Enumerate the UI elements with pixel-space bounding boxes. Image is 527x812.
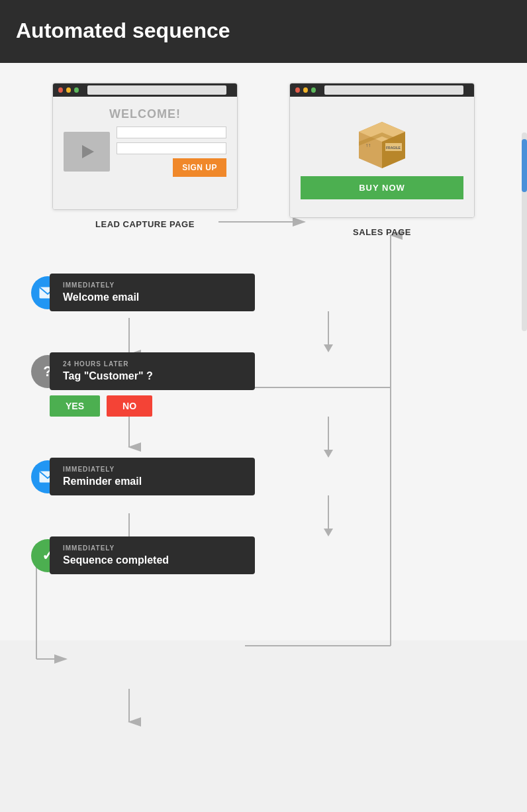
step1-block: IMMEDIATELY Welcome email	[50, 274, 255, 311]
step2-timing: 24 HOURS LATER	[63, 360, 242, 368]
main-content: WELCOME! SIGN UP	[0, 63, 527, 640]
lead-row: SIGN UP	[64, 127, 226, 177]
sales-page-wrapper: FRAGILE ↑↑ BUY NOW SALES PAGE	[289, 83, 475, 237]
sales-page-content: FRAGILE ↑↑ BUY NOW	[301, 107, 463, 207]
step3-title: Reminder email	[63, 476, 242, 487]
step4-block: IMMEDIATELY Sequence completed	[50, 536, 255, 574]
buy-now-button[interactable]: BUY NOW	[301, 176, 463, 199]
svg-text:↑↑: ↑↑	[365, 142, 371, 148]
svg-text:FRAGILE: FRAGILE	[386, 146, 401, 150]
top-pages-row: WELCOME! SIGN UP	[13, 83, 514, 237]
arrow-down-3	[142, 495, 514, 536]
step4-timing: IMMEDIATELY	[63, 544, 242, 552]
browser-titlebar-sales	[290, 83, 474, 97]
step4-row: ✓ IMMEDIATELY Sequence completed	[50, 536, 514, 574]
page-title: Automated sequence	[16, 19, 230, 43]
welcome-text: WELCOME!	[109, 107, 181, 121]
step1-row: IMMEDIATELY Welcome email	[50, 274, 514, 311]
sales-browser: FRAGILE ↑↑ BUY NOW	[289, 83, 475, 218]
lead-capture-page-wrapper: WELCOME! SIGN UP	[52, 83, 238, 237]
dot-yellow	[66, 87, 71, 93]
step2-title: Tag "Customer" ?	[63, 370, 242, 382]
step1-timing: IMMEDIATELY	[63, 281, 242, 289]
dot-green	[74, 87, 79, 93]
arrow-down-1	[142, 311, 514, 352]
dot-red-sales	[295, 87, 300, 93]
arrow-down-2	[142, 417, 514, 458]
lead-page-body: WELCOME! SIGN UP	[53, 97, 237, 209]
dot-yellow-sales	[303, 87, 308, 93]
step2-block: 24 HOURS LATER Tag "Customer" ?	[50, 352, 255, 390]
address-bar-sales	[324, 85, 463, 95]
signup-button[interactable]: SIGN UP	[173, 158, 226, 177]
scrollbar[interactable]	[522, 132, 527, 331]
package-icon: FRAGILE ↑↑	[352, 115, 412, 168]
step2-row: ? 24 HOURS LATER Tag "Customer" ?	[50, 352, 514, 390]
yn-buttons-row: YES NO	[50, 395, 514, 417]
lead-capture-label: LEAD CAPTURE PAGE	[95, 219, 195, 229]
sales-page-body: FRAGILE ↑↑ BUY NOW	[290, 97, 474, 217]
dot-red	[58, 87, 63, 93]
step3-row: IMMEDIATELY Reminder email	[50, 458, 514, 495]
scrollbar-thumb[interactable]	[522, 139, 527, 192]
step3-timing: IMMEDIATELY	[63, 466, 242, 473]
dot-green-sales	[311, 87, 316, 93]
address-bar-lead	[87, 85, 226, 95]
yes-button[interactable]: YES	[50, 395, 100, 417]
step1-title: Welcome email	[63, 291, 242, 303]
lead-form: SIGN UP	[117, 127, 226, 177]
sales-page-label: SALES PAGE	[353, 227, 411, 237]
page-header: Automated sequence	[0, 0, 527, 63]
step4-title: Sequence completed	[63, 554, 242, 566]
step3-block: IMMEDIATELY Reminder email	[50, 458, 255, 495]
lead-page-content: WELCOME! SIGN UP	[64, 107, 226, 177]
form-field-1	[117, 127, 226, 138]
browser-titlebar-lead	[53, 83, 237, 97]
lead-capture-browser: WELCOME! SIGN UP	[52, 83, 238, 210]
play-icon	[82, 145, 94, 158]
no-button[interactable]: NO	[107, 395, 152, 417]
form-field-2	[117, 142, 226, 154]
video-thumbnail	[64, 132, 110, 172]
